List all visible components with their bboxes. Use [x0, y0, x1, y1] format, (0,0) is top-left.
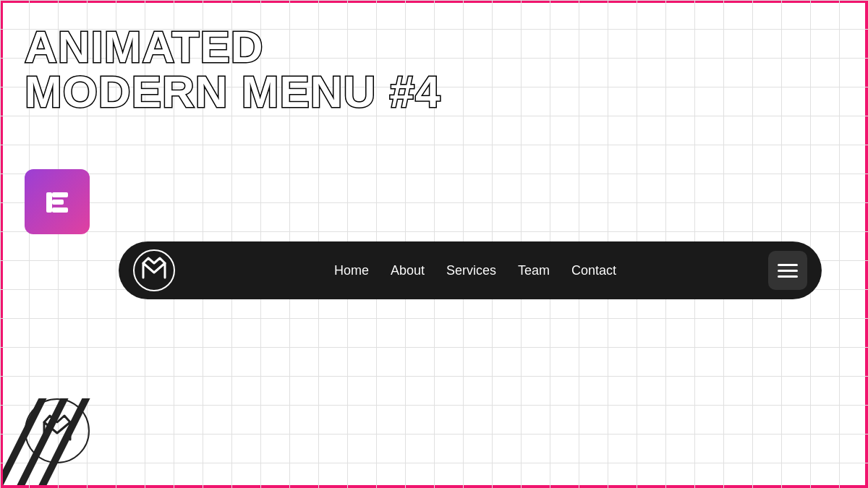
svg-rect-2 [52, 200, 64, 205]
main-content: ANIMATED MODERN MENU #4 [3, 3, 865, 485]
navbar: Home About Services Team Contact [119, 241, 822, 299]
svg-rect-0 [46, 192, 52, 213]
navbar-container: Home About Services Team Contact [119, 241, 822, 299]
elementor-icon [25, 169, 90, 234]
nav-links: Home About Services Team Contact [190, 263, 761, 278]
nav-link-about[interactable]: About [391, 263, 425, 278]
nav-link-contact[interactable]: Contact [571, 263, 616, 278]
svg-rect-3 [52, 207, 68, 213]
nav-logo [133, 249, 175, 291]
title-line2: MODERN MENU #4 [25, 69, 441, 114]
hamburger-line-2 [778, 270, 798, 272]
nav-link-home[interactable]: Home [334, 263, 369, 278]
title-block: ANIMATED MODERN MENU #4 [25, 25, 441, 114]
hamburger-menu[interactable] [768, 251, 807, 290]
title-line1: ANIMATED [25, 25, 441, 69]
nav-link-team[interactable]: Team [518, 263, 550, 278]
svg-rect-1 [52, 192, 68, 197]
bottom-logo [25, 398, 90, 463]
hamburger-line-3 [778, 275, 798, 278]
hamburger-line-1 [778, 264, 798, 266]
nav-link-services[interactable]: Services [446, 263, 496, 278]
